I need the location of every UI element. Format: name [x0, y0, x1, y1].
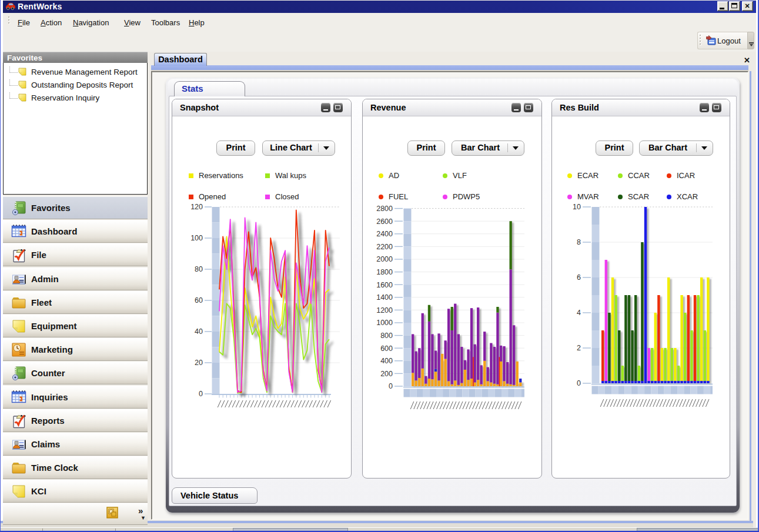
- svg-text:6: 6: [577, 273, 581, 282]
- svg-text:10: 10: [573, 203, 581, 211]
- svg-text:0: 0: [577, 379, 581, 387]
- svg-text:2: 2: [577, 344, 581, 352]
- svg-text:8: 8: [577, 238, 581, 246]
- svg-text:4: 4: [577, 309, 581, 317]
